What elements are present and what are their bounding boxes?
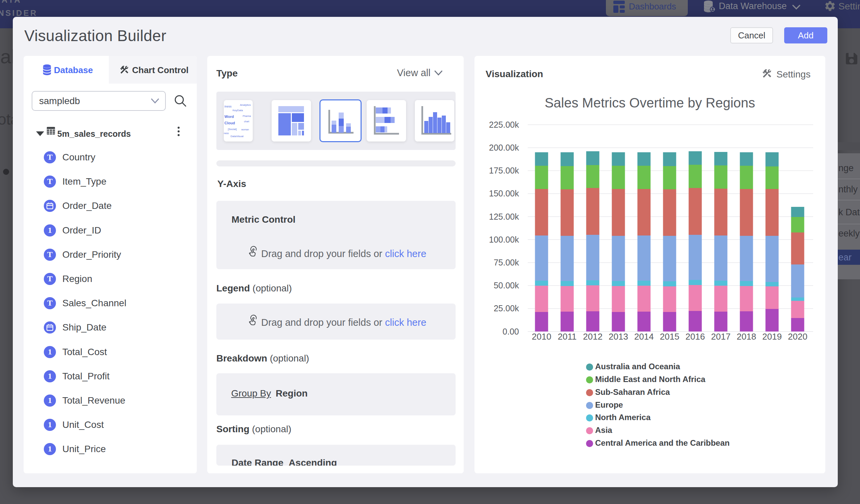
- svg-text:150.00k: 150.00k: [489, 189, 519, 198]
- svg-text:2019: 2019: [762, 332, 782, 342]
- svg-text:2014: 2014: [634, 332, 654, 342]
- svg-text:225.00k: 225.00k: [489, 120, 519, 129]
- svg-text:2012: 2012: [583, 332, 603, 342]
- svg-text:50.00k: 50.00k: [494, 280, 519, 290]
- svg-text:2013: 2013: [608, 332, 628, 342]
- svg-text:2016: 2016: [685, 332, 705, 342]
- svg-text:25.00k: 25.00k: [494, 304, 519, 313]
- svg-text:0.00: 0.00: [502, 327, 519, 336]
- svg-text:2015: 2015: [660, 332, 679, 342]
- svg-text:2020: 2020: [788, 332, 807, 342]
- svg-text:200.00k: 200.00k: [489, 143, 519, 152]
- svg-text:100.00k: 100.00k: [489, 235, 519, 244]
- svg-text:75.00k: 75.00k: [494, 258, 519, 267]
- svg-text:2017: 2017: [711, 332, 731, 342]
- svg-text:2011: 2011: [558, 332, 577, 342]
- svg-text:2018: 2018: [737, 332, 756, 342]
- svg-text:175.00k: 175.00k: [489, 166, 519, 175]
- svg-text:125.00k: 125.00k: [489, 212, 519, 221]
- svg-text:2010: 2010: [532, 332, 551, 342]
